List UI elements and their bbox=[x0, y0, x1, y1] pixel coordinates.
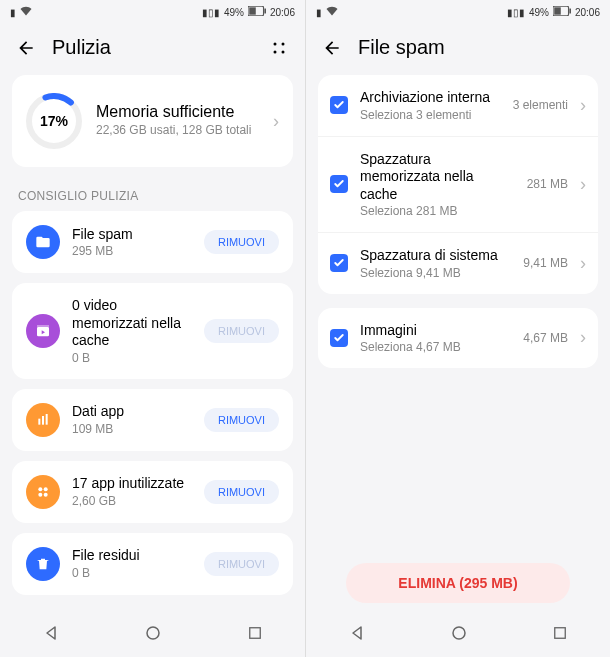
clean-item[interactable]: File spam295 MBRIMUOVI bbox=[12, 211, 293, 273]
clean-item-title: 17 app inutilizzate bbox=[72, 475, 192, 493]
memory-card[interactable]: 17% Memoria sufficiente 22,36 GB usati, … bbox=[12, 75, 293, 167]
clean-item-title: Dati app bbox=[72, 403, 192, 421]
section-label: CONSIGLIO PULIZIA bbox=[12, 183, 293, 211]
svg-point-3 bbox=[274, 42, 277, 45]
spam-group: Archiviazione internaSeleziona 3 element… bbox=[318, 75, 598, 294]
spam-value: 4,67 MB bbox=[523, 331, 568, 345]
svg-rect-9 bbox=[37, 325, 49, 327]
spam-row[interactable]: Spazzatura memorizzata nella cacheSelezi… bbox=[318, 137, 598, 234]
spam-sub: Seleziona 3 elementi bbox=[360, 108, 501, 122]
checkbox[interactable] bbox=[330, 175, 348, 193]
status-bar: ▮ ▮▯▮ 49% 20:06 bbox=[0, 0, 305, 24]
spam-title: Immagini bbox=[360, 322, 511, 340]
svg-rect-18 bbox=[250, 628, 261, 639]
checkbox[interactable] bbox=[330, 96, 348, 114]
checkbox[interactable] bbox=[330, 329, 348, 347]
nav-bar bbox=[0, 613, 305, 657]
clean-item-size: 0 B bbox=[72, 351, 192, 365]
spam-row[interactable]: ImmaginiSeleziona 4,67 MB4,67 MB› bbox=[318, 308, 598, 369]
spam-title: Spazzatura di sistema bbox=[360, 247, 511, 265]
clean-item-title: 0 video memorizzati nella cache bbox=[72, 297, 192, 350]
remove-button[interactable]: RIMUOVI bbox=[204, 408, 279, 432]
screen-file-spam: ▮ ▮▯▮ 49% 20:06 File spam Archiviazione … bbox=[305, 0, 610, 657]
chevron-right-icon: › bbox=[580, 95, 586, 116]
battery-icon bbox=[248, 6, 266, 18]
clean-item-size: 109 MB bbox=[72, 422, 192, 436]
svg-rect-10 bbox=[38, 418, 40, 424]
clean-item-title: File residui bbox=[72, 547, 192, 565]
nav-back[interactable] bbox=[349, 625, 365, 645]
header: Pulizia bbox=[0, 24, 305, 75]
folder-icon bbox=[26, 225, 60, 259]
spam-title: Archiviazione interna bbox=[360, 89, 501, 107]
status-bar: ▮ ▮▯▮ 49% 20:06 bbox=[306, 0, 610, 24]
vibrate-icon: ▮▯▮ bbox=[202, 7, 220, 18]
clock: 20:06 bbox=[270, 7, 295, 18]
spam-value: 281 MB bbox=[527, 177, 568, 191]
chevron-right-icon: › bbox=[273, 111, 279, 132]
page-title: File spam bbox=[358, 36, 594, 59]
svg-rect-23 bbox=[555, 628, 566, 639]
sim-icon: ▮ bbox=[10, 7, 16, 18]
checkbox[interactable] bbox=[330, 254, 348, 272]
spam-sub: Seleziona 4,67 MB bbox=[360, 340, 511, 354]
nav-bar bbox=[306, 613, 610, 657]
bars-icon bbox=[26, 403, 60, 437]
remove-button[interactable]: RIMUOVI bbox=[204, 480, 279, 504]
usage-ring: 17% bbox=[26, 93, 82, 149]
svg-point-6 bbox=[282, 50, 285, 53]
video-icon bbox=[26, 314, 60, 348]
header: File spam bbox=[306, 24, 610, 75]
nav-recent[interactable] bbox=[553, 626, 567, 644]
remove-button[interactable]: RIMUOVI bbox=[204, 319, 279, 343]
wifi-icon bbox=[20, 6, 32, 18]
svg-rect-20 bbox=[554, 7, 561, 14]
chevron-right-icon: › bbox=[580, 174, 586, 195]
clean-item[interactable]: Dati app109 MBRIMUOVI bbox=[12, 389, 293, 451]
page-title: Pulizia bbox=[52, 36, 253, 59]
clock: 20:06 bbox=[575, 7, 600, 18]
remove-button[interactable]: RIMUOVI bbox=[204, 552, 279, 576]
wifi-icon bbox=[326, 6, 338, 18]
sim-icon: ▮ bbox=[316, 7, 322, 18]
spam-sub: Seleziona 281 MB bbox=[360, 204, 515, 218]
svg-rect-21 bbox=[569, 9, 571, 14]
svg-point-22 bbox=[453, 627, 465, 639]
memory-sub: 22,36 GB usati, 128 GB totali bbox=[96, 123, 259, 139]
spam-sub: Seleziona 9,41 MB bbox=[360, 266, 511, 280]
delete-button[interactable]: ELIMINA (295 MB) bbox=[346, 563, 570, 603]
spam-group: ImmaginiSeleziona 4,67 MB4,67 MB› bbox=[318, 308, 598, 369]
svg-point-14 bbox=[44, 487, 48, 491]
chevron-right-icon: › bbox=[580, 327, 586, 348]
spam-title: Spazzatura memorizzata nella cache bbox=[360, 151, 515, 204]
back-button[interactable] bbox=[322, 38, 342, 58]
battery-percent: 49% bbox=[529, 7, 549, 18]
nav-recent[interactable] bbox=[248, 626, 262, 644]
spam-row[interactable]: Archiviazione internaSeleziona 3 element… bbox=[318, 75, 598, 137]
spam-row[interactable]: Spazzatura di sistemaSeleziona 9,41 MB9,… bbox=[318, 233, 598, 294]
clean-item[interactable]: 17 app inutilizzate2,60 GBRIMUOVI bbox=[12, 461, 293, 523]
chevron-right-icon: › bbox=[580, 253, 586, 274]
nav-home[interactable] bbox=[451, 625, 467, 645]
battery-percent: 49% bbox=[224, 7, 244, 18]
battery-icon bbox=[553, 6, 571, 18]
svg-point-5 bbox=[274, 50, 277, 53]
spam-value: 3 elementi bbox=[513, 98, 568, 112]
back-button[interactable] bbox=[16, 38, 36, 58]
clean-item[interactable]: File residui0 BRIMUOVI bbox=[12, 533, 293, 595]
spam-value: 9,41 MB bbox=[523, 256, 568, 270]
clean-item-size: 0 B bbox=[72, 566, 192, 580]
trash-icon bbox=[26, 547, 60, 581]
clean-item-size: 295 MB bbox=[72, 244, 192, 258]
nav-home[interactable] bbox=[145, 625, 161, 645]
nav-back[interactable] bbox=[43, 625, 59, 645]
memory-title: Memoria sufficiente bbox=[96, 103, 259, 121]
menu-button[interactable] bbox=[269, 38, 289, 58]
remove-button[interactable]: RIMUOVI bbox=[204, 230, 279, 254]
svg-rect-1 bbox=[249, 7, 256, 14]
svg-rect-2 bbox=[264, 9, 266, 14]
screen-cleanup: ▮ ▮▯▮ 49% 20:06 Pulizia 17% bbox=[0, 0, 305, 657]
clean-item-size: 2,60 GB bbox=[72, 494, 192, 508]
clean-item[interactable]: 0 video memorizzati nella cache0 BRIMUOV… bbox=[12, 283, 293, 379]
clean-item-title: File spam bbox=[72, 226, 192, 244]
